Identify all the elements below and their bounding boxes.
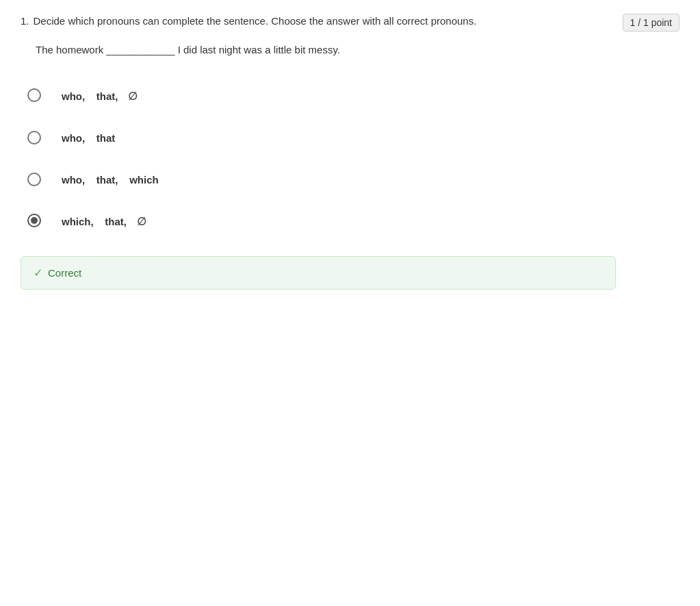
term-who-c: who, [62, 174, 85, 186]
term-that-a: that, [96, 90, 118, 102]
radio-option-a[interactable] [27, 88, 41, 102]
option-label-b: who, that [62, 131, 115, 147]
points-badge: 1 / 1 point [623, 14, 680, 31]
question-instruction: Decide which pronouns can complete the s… [34, 15, 477, 27]
option-label-c: who, that, which [62, 173, 159, 188]
correct-icon: ✓ [34, 266, 42, 279]
radio-option-b[interactable] [27, 131, 41, 144]
question-text: 1.Decide which pronouns can complete the… [21, 14, 476, 29]
correct-label: Correct [48, 267, 81, 279]
term-that-b: that [96, 132, 116, 144]
option-label-d: which, that, ∅ [62, 214, 146, 230]
symbol-a: ∅ [128, 90, 138, 102]
question-header: 1.Decide which pronouns can complete the… [21, 14, 679, 31]
radio-option-d[interactable] [27, 214, 41, 227]
term-which-c: which [129, 174, 159, 186]
option-row-c[interactable]: who, that, which [27, 159, 679, 201]
question-sentence: The homework ____________ I did last nig… [36, 44, 679, 55]
symbol-d: ∅ [137, 216, 146, 227]
option-label-a: who, that, ∅ [62, 88, 138, 105]
options-container: who, that, ∅ who, that who, that, which … [27, 75, 679, 242]
term-who-b: who, [62, 132, 85, 144]
term-who-a: who, [62, 90, 85, 102]
question-number: 1. [21, 15, 29, 27]
radio-option-c[interactable] [27, 173, 41, 186]
correct-banner: ✓ Correct [21, 256, 616, 290]
term-that-d: that, [105, 216, 127, 227]
option-row-a[interactable]: who, that, ∅ [27, 75, 679, 117]
term-which-d: which, [62, 216, 94, 227]
term-that-c: that, [96, 174, 118, 186]
option-row-b[interactable]: who, that [27, 117, 679, 159]
option-row-d[interactable]: which, that, ∅ [27, 200, 679, 242]
